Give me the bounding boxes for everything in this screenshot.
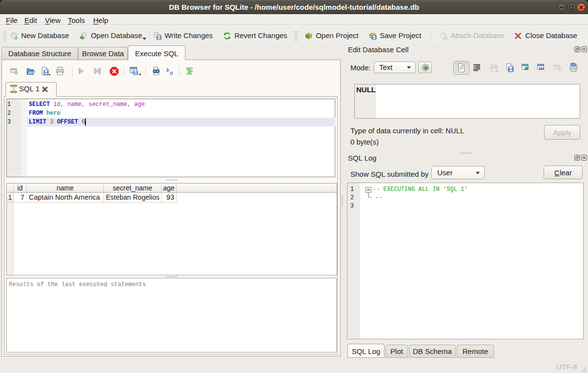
svg-text:b: b	[166, 67, 169, 73]
svg-text:a: a	[170, 69, 173, 76]
